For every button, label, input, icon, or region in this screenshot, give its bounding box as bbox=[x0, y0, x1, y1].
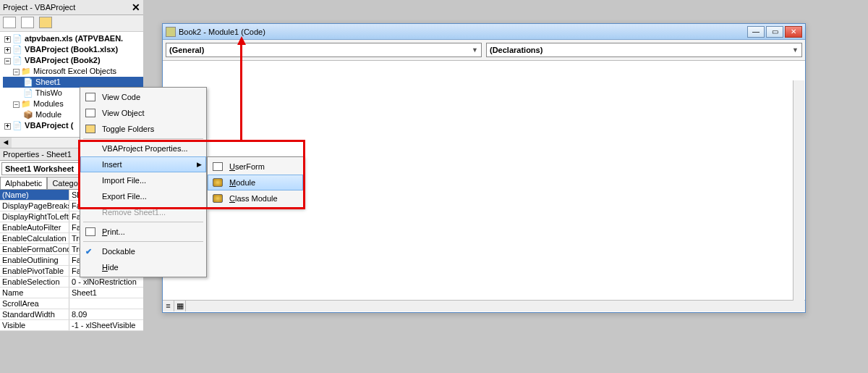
toggle-folders-icon[interactable] bbox=[39, 17, 52, 28]
project-toolbar bbox=[0, 15, 143, 32]
vertical-scrollbar[interactable] bbox=[793, 80, 804, 301]
prop-row[interactable]: Visible-1 - xlSheetVisible bbox=[0, 320, 143, 331]
menu-separator bbox=[83, 138, 203, 139]
menu-toggle-folders[interactable]: Toggle Folders bbox=[80, 121, 206, 137]
menu-insert[interactable]: Insert▶ bbox=[80, 156, 206, 172]
code-window-bottom: ≡ ▦ bbox=[163, 300, 805, 311]
menu-view-object[interactable]: View Object bbox=[80, 105, 206, 121]
menu-export-file[interactable]: Export File... bbox=[80, 188, 206, 204]
menu-hide[interactable]: Hide bbox=[80, 259, 206, 275]
menu-remove: Remove Sheet1... bbox=[80, 204, 206, 220]
submenu-arrow-icon: ▶ bbox=[197, 161, 202, 168]
code-window-dropdowns: (General)▼ (Declarations)▼ bbox=[163, 40, 805, 61]
view-object-icon[interactable] bbox=[21, 17, 34, 28]
procedure-view-icon[interactable]: ≡ bbox=[163, 301, 174, 311]
project-explorer-titlebar: Project - VBAProject ✕ bbox=[0, 0, 143, 15]
menu-view-code[interactable]: View Code bbox=[80, 89, 206, 105]
menu-separator bbox=[83, 222, 203, 222]
submenu-class-module[interactable]: Class Module bbox=[208, 190, 303, 206]
tree-node-excel-objects[interactable]: −📁 Microsoft Excel Objects bbox=[3, 66, 143, 77]
module-icon bbox=[166, 27, 176, 37]
menu-import-file[interactable]: Import File... bbox=[80, 172, 206, 188]
menu-dockable[interactable]: ✔Dockable bbox=[80, 243, 206, 259]
prop-row[interactable]: EnableSelection0 - xlNoRestriction bbox=[0, 277, 143, 288]
tree-node-atpvbaen[interactable]: +📄 atpvbaen.xls (ATPVBAEN. bbox=[3, 33, 143, 44]
menu-print[interactable]: Print... bbox=[80, 224, 206, 240]
maximize-button[interactable]: ▭ bbox=[766, 26, 783, 38]
close-icon[interactable]: ✕ bbox=[132, 1, 140, 13]
submenu-userform[interactable]: UserForm bbox=[208, 159, 303, 175]
project-explorer-title: Project - VBAProject bbox=[3, 3, 75, 12]
chevron-down-icon: ▼ bbox=[472, 46, 478, 54]
context-menu: View Code View Object Toggle Folders VBA… bbox=[80, 87, 207, 277]
insert-submenu: UserForm Module Class Module bbox=[207, 156, 304, 209]
chevron-down-icon: ▼ bbox=[792, 46, 799, 54]
tab-alphabetic[interactable]: Alphabetic bbox=[0, 177, 47, 189]
tree-node-sheet1[interactable]: 📄 Sheet1 bbox=[3, 77, 143, 88]
prop-row[interactable]: ScrollArea bbox=[0, 298, 143, 309]
full-module-view-icon[interactable]: ▦ bbox=[174, 301, 186, 311]
object-dropdown[interactable]: (General)▼ bbox=[166, 43, 482, 57]
horizontal-scrollbar[interactable] bbox=[186, 301, 805, 311]
code-window-titlebar[interactable]: Book2 - Module1 (Code) — ▭ ✕ bbox=[163, 24, 805, 40]
tree-node-book2[interactable]: −📄 VBAProject (Book2) bbox=[3, 55, 143, 66]
tree-node-book1[interactable]: +📄 VBAProject (Book1.xlsx) bbox=[3, 44, 143, 55]
close-button[interactable]: ✕ bbox=[785, 26, 802, 38]
menu-separator bbox=[83, 241, 203, 242]
procedure-dropdown[interactable]: (Declarations)▼ bbox=[486, 43, 802, 57]
minimize-button[interactable]: — bbox=[747, 26, 765, 38]
prop-row[interactable]: StandardWidth8.09 bbox=[0, 309, 143, 320]
code-window-title: Book2 - Module1 (Code) bbox=[179, 28, 747, 36]
menu-vbaproject-properties[interactable]: VBAProject Properties... bbox=[80, 141, 206, 156]
prop-row[interactable]: NameSheet1 bbox=[0, 288, 143, 298]
submenu-module[interactable]: Module bbox=[208, 175, 303, 190]
view-code-icon[interactable] bbox=[3, 17, 16, 28]
